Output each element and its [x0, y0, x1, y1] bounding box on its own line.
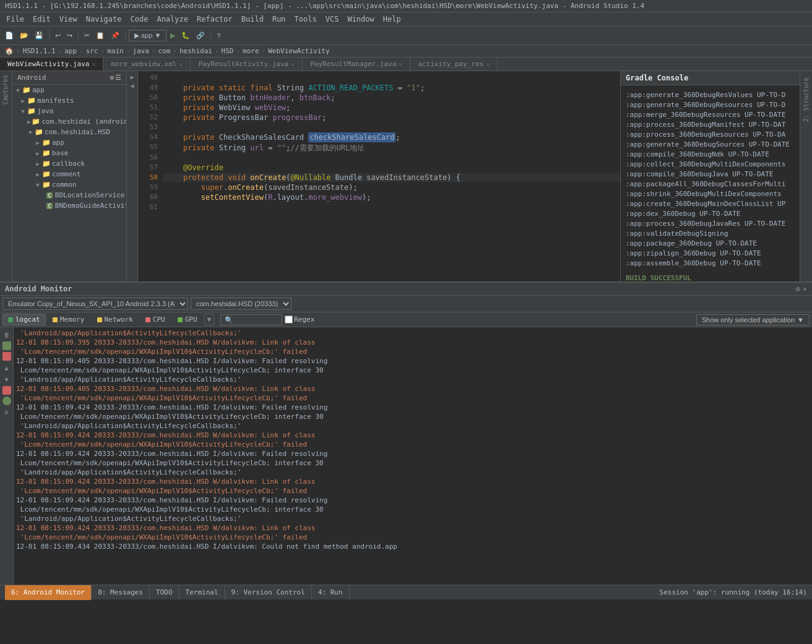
- menu-code[interactable]: Code: [127, 14, 152, 25]
- tab-more-xml[interactable]: more_webview.xml ✕: [103, 58, 191, 71]
- redo-btn[interactable]: ↪: [64, 30, 75, 41]
- tree-comment[interactable]: ▶ 📁 comment: [12, 169, 126, 179]
- tree-gear-icon[interactable]: ☰: [115, 74, 121, 82]
- attach-btn[interactable]: 🔗: [194, 30, 207, 41]
- bc-heshidai[interactable]: heshidai: [179, 47, 212, 55]
- menu-edit[interactable]: Edit: [29, 14, 54, 25]
- tab-activity-pay-close[interactable]: ✕: [486, 61, 490, 67]
- tab-payresultmanager-close[interactable]: ✕: [399, 61, 402, 67]
- bc-com[interactable]: com: [158, 47, 170, 55]
- tab-network[interactable]: Network: [92, 314, 139, 325]
- right-side-tab-structure[interactable]: 2: Structure: [801, 74, 811, 126]
- log-red-icon[interactable]: [2, 352, 11, 361]
- paste-btn[interactable]: 📌: [108, 30, 122, 41]
- search-input[interactable]: [220, 314, 282, 325]
- bc-root[interactable]: 🏠: [5, 47, 14, 55]
- undo-btn[interactable]: ↩: [53, 30, 63, 41]
- side-tab-captures[interactable]: Captures: [0, 71, 12, 108]
- menu-file[interactable]: File: [2, 14, 28, 25]
- open-btn[interactable]: 📂: [17, 30, 31, 41]
- tree-bndemo[interactable]: ▶ C BNDemoGuideActivity: [12, 200, 126, 211]
- tree-settings-icon[interactable]: ⚙: [110, 74, 114, 82]
- bc-hsd2[interactable]: HSD: [222, 47, 234, 55]
- tab-webview[interactable]: WebViewActivity.java ✕: [0, 58, 103, 71]
- monitor-close-icon[interactable]: ✕: [803, 285, 807, 293]
- help-btn[interactable]: ?: [214, 31, 223, 41]
- menu-view[interactable]: View: [56, 14, 81, 25]
- log-up-icon[interactable]: ▲: [2, 363, 12, 372]
- debug-btn[interactable]: 🐛: [179, 30, 192, 41]
- menu-help[interactable]: Help: [379, 14, 405, 25]
- tree-common[interactable]: ▼ 📁 common: [12, 179, 126, 190]
- menu-window[interactable]: Window: [343, 14, 378, 25]
- tab-webview-close[interactable]: ✕: [92, 61, 95, 67]
- editor-side-icon1[interactable]: ▶: [130, 74, 134, 80]
- tree-java[interactable]: ▼ 📁 java: [12, 106, 126, 116]
- tab-payresultmanager[interactable]: PayResultManager.java ✕: [303, 58, 410, 71]
- tree-app2[interactable]: ▶ 📁 app: [12, 137, 126, 148]
- gradle-line-13: :app:process_360DebugJavaRes UP-TO-DATE: [626, 219, 795, 229]
- code-editor[interactable]: ▶ ◀ 48 49 private static final String AC…: [127, 71, 620, 281]
- show-selected-btn[interactable]: Show only selected application ▼: [696, 314, 810, 325]
- save-btn[interactable]: 💾: [32, 30, 46, 41]
- monitor-settings-icon[interactable]: ⚙: [796, 285, 800, 293]
- status-tab-monitor[interactable]: 6: Android Monitor: [5, 585, 92, 600]
- tree-app[interactable]: ▼ 📁 app: [12, 85, 126, 95]
- bc-main[interactable]: main: [107, 47, 124, 55]
- log-settings-icon[interactable]: ⚙: [2, 407, 12, 417]
- status-tab-terminal[interactable]: Terminal: [179, 585, 225, 600]
- run-config-btn[interactable]: ▶ app ▼: [129, 30, 166, 41]
- bc-webview[interactable]: WebViewActivity: [268, 47, 329, 55]
- editor-side-icon2[interactable]: ◀: [130, 82, 134, 89]
- tab-payresult-close[interactable]: ✕: [291, 61, 295, 67]
- menu-navigate[interactable]: Navigate: [82, 14, 126, 25]
- monitor-log[interactable]: 'Landroid/app/Application$ActivityLifecy…: [14, 327, 812, 585]
- menu-vcs[interactable]: VCS: [322, 14, 343, 25]
- regex-checkbox[interactable]: [285, 316, 293, 324]
- menu-analyze[interactable]: Analyze: [153, 14, 192, 25]
- tree-callback[interactable]: ▶ 📁 callback: [12, 158, 126, 169]
- tab-more-xml-close[interactable]: ✕: [179, 61, 183, 67]
- tree-java-label: java: [37, 107, 54, 115]
- tab-logcat[interactable]: logcat: [2, 314, 46, 325]
- log-stop-icon[interactable]: [2, 386, 11, 395]
- tree-callback-label: callback: [52, 160, 85, 168]
- tab-gpu[interactable]: GPU: [172, 314, 203, 325]
- code-content: 48 49 private static final String ACTION…: [138, 71, 620, 215]
- device-select[interactable]: Emulator Copy_of_Nexus_5X_API_10 Android…: [2, 298, 188, 310]
- log-clear-icon[interactable]: 🗑: [2, 330, 12, 340]
- menu-refactor[interactable]: Refactor: [193, 14, 236, 25]
- bc-java[interactable]: java: [132, 47, 149, 55]
- tree-com-hsd[interactable]: ▼ 📁 com.heshidai.HSD: [12, 127, 126, 137]
- tree-bdlocation[interactable]: ▶ C BDLocationService: [12, 190, 126, 200]
- log-green2-icon[interactable]: [2, 397, 11, 405]
- tab-cpu[interactable]: CPU: [140, 314, 171, 325]
- bc-hsd[interactable]: HSD1.1.1: [23, 47, 56, 55]
- status-tab-todo[interactable]: TODO: [150, 585, 179, 600]
- copy-btn[interactable]: 📋: [93, 30, 107, 41]
- tree-com-androidtest[interactable]: ▶ 📁 com.heshidai (androidTest): [12, 116, 126, 127]
- tree-base[interactable]: ▶ 📁 base: [12, 148, 126, 158]
- tab-more-btn[interactable]: ▼: [204, 314, 215, 325]
- tab-activity-pay[interactable]: activity_pay_res ✕: [410, 58, 498, 71]
- log-down-icon[interactable]: ▼: [2, 374, 12, 384]
- gradle-line-12: :app:dex_360Debug UP-TO-DATE: [626, 209, 795, 219]
- log-line-22: 'Lcom/tencent/mm/sdk/openapi/WXApiImplV1…: [14, 533, 812, 542]
- menu-tools[interactable]: Tools: [291, 14, 321, 25]
- status-tab-vcs[interactable]: 9: Version Control: [225, 585, 312, 600]
- menu-build[interactable]: Build: [238, 14, 267, 25]
- bc-src[interactable]: src: [86, 47, 98, 55]
- tab-memory[interactable]: Memory: [47, 314, 90, 325]
- cut-btn[interactable]: ✂: [82, 30, 92, 41]
- bc-more[interactable]: more: [243, 47, 259, 55]
- new-file-btn[interactable]: 📄: [2, 30, 16, 41]
- menu-run[interactable]: Run: [269, 14, 290, 25]
- bc-app[interactable]: app: [64, 47, 77, 55]
- tree-manifests[interactable]: ▶ 📁 manifests: [12, 95, 126, 106]
- log-green-icon[interactable]: [2, 341, 11, 350]
- process-select[interactable]: com.heshidai.HSD (20333): [191, 298, 292, 310]
- status-tab-messages[interactable]: 0: Messages: [92, 585, 150, 600]
- tab-payresult[interactable]: PayResultActivity.java ✕: [191, 58, 303, 71]
- status-tab-run[interactable]: 4: Run: [312, 585, 350, 600]
- run-btn[interactable]: ▶: [168, 30, 178, 41]
